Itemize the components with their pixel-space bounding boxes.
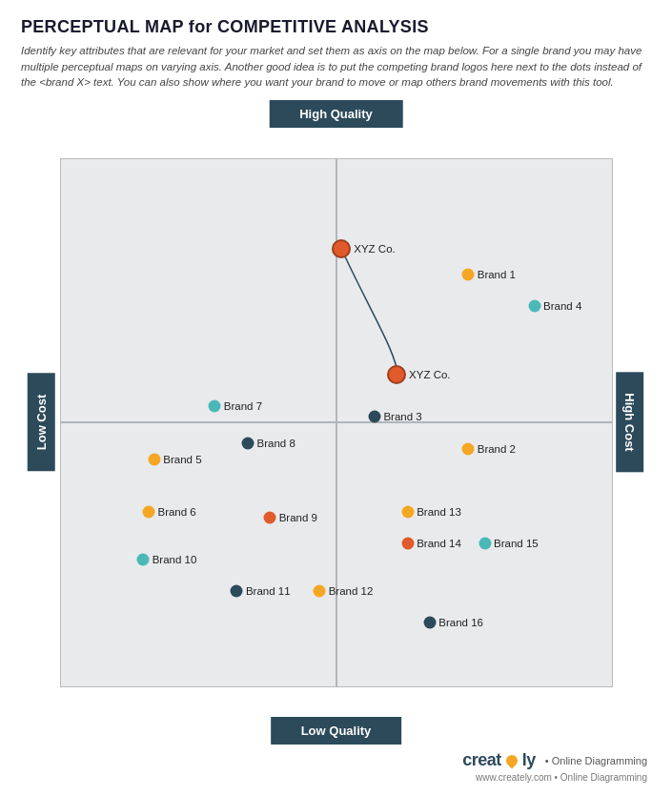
chart-area: XYZ Co.XYZ Co.Brand 1Brand 2Brand 3Brand… xyxy=(60,158,613,687)
axis-label-right: High Cost xyxy=(616,372,643,472)
brand-dot-brand9 xyxy=(264,511,276,523)
footer-logo: creat ly • Online Diagramming xyxy=(462,750,647,770)
page-description: Identify key attributes that are relevan… xyxy=(21,43,651,91)
footer-logo-icon xyxy=(503,752,519,768)
brand-dot-brand14 xyxy=(401,538,414,550)
footer-logo-text2: ly xyxy=(522,750,536,770)
brand-label-xyz1: XYZ Co. xyxy=(354,243,395,255)
footer: creat ly • Online Diagramming xyxy=(21,745,651,772)
brand-label-brand13: Brand 13 xyxy=(417,506,461,518)
brand-label-brand14: Brand 14 xyxy=(417,538,461,549)
brand-label-brand12: Brand 12 xyxy=(329,585,374,597)
brand-dot-brand4 xyxy=(528,300,540,313)
brand-dot-brand10 xyxy=(137,553,150,565)
page-title: PERCEPTUAL MAP for COMPETITIVE ANALYSIS xyxy=(21,17,651,37)
axis-label-bottom: Low Quality xyxy=(271,717,402,745)
brand-label-brand9: Brand 9 xyxy=(279,512,317,523)
brand-dot-brand11 xyxy=(231,584,243,597)
brand-label-brand6: Brand 6 xyxy=(157,506,195,518)
footer-url: www.creately.com • Online Diagramming xyxy=(21,772,651,785)
axis-label-left: Low Cost xyxy=(28,374,55,472)
brand-label-brand10: Brand 10 xyxy=(153,554,197,565)
brand-dot-brand16 xyxy=(423,617,436,629)
brand-dot-brand2 xyxy=(462,442,475,455)
brand-label-brand4: Brand 4 xyxy=(543,300,581,312)
brand-label-brand7: Brand 7 xyxy=(224,400,262,412)
brand-dot-brand5 xyxy=(148,453,160,465)
brand-dot-brand3 xyxy=(368,411,380,423)
axis-label-top: High Quality xyxy=(269,100,403,128)
brand-label-brand3: Brand 3 xyxy=(383,411,421,422)
vertical-axis-line xyxy=(336,159,337,686)
brand-label-brand16: Brand 16 xyxy=(438,617,483,628)
footer-tagline: • Online Diagramming xyxy=(545,755,647,766)
brand-dot-brand8 xyxy=(242,438,255,450)
brand-label-xyz2: XYZ Co. xyxy=(409,369,450,380)
brand-dot-xyz1 xyxy=(332,239,351,258)
brand-dot-brand12 xyxy=(314,584,326,597)
brand-dot-brand6 xyxy=(142,506,154,519)
brand-dot-brand7 xyxy=(209,400,221,413)
brand-label-brand11: Brand 11 xyxy=(246,585,291,597)
brand-label-brand8: Brand 8 xyxy=(257,438,295,449)
footer-logo-text: creat xyxy=(462,750,501,770)
brand-label-brand2: Brand 2 xyxy=(478,443,516,455)
brand-dot-brand1 xyxy=(462,269,475,281)
brand-dot-xyz2 xyxy=(387,365,406,384)
brand-dot-brand15 xyxy=(479,538,491,550)
brand-label-brand15: Brand 15 xyxy=(494,538,539,549)
brand-label-brand1: Brand 1 xyxy=(478,269,516,280)
brand-label-brand5: Brand 5 xyxy=(163,454,201,465)
brand-dot-brand13 xyxy=(401,506,414,519)
